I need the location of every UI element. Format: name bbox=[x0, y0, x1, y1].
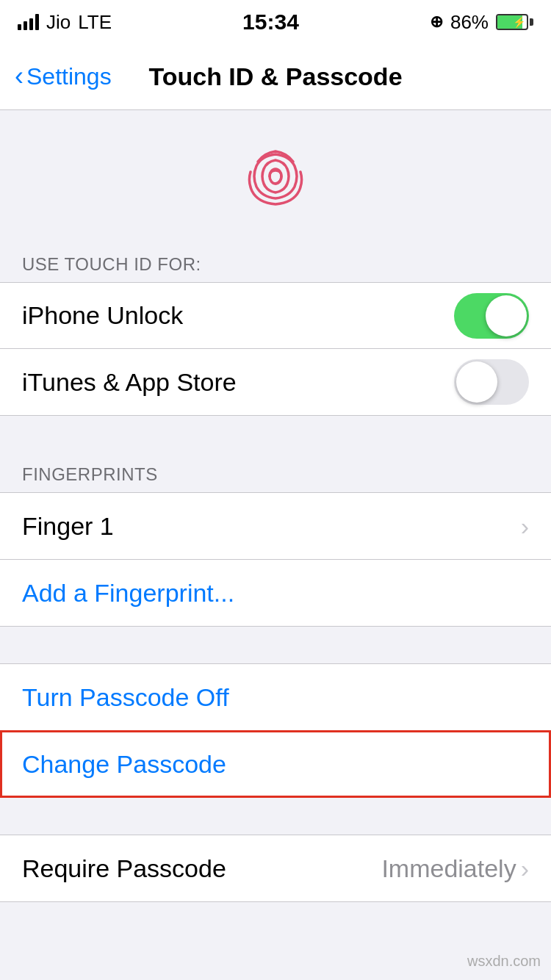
back-chevron-icon: ‹ bbox=[15, 63, 24, 90]
add-fingerprint-item[interactable]: Add a Fingerprint... bbox=[0, 560, 551, 626]
require-passcode-value: Immediately › bbox=[381, 854, 529, 883]
iphone-unlock-item: iPhone Unlock bbox=[0, 283, 551, 349]
battery-percent: 86% bbox=[450, 11, 489, 34]
back-label: Settings bbox=[26, 63, 112, 90]
touch-id-section-header: USE TOUCH ID FOR: bbox=[0, 242, 551, 282]
nav-bar: ‹ Settings Touch ID & Passcode bbox=[0, 44, 551, 110]
require-passcode-label: Require Passcode bbox=[22, 854, 226, 883]
turn-passcode-off-label: Turn Passcode Off bbox=[22, 683, 229, 712]
back-button[interactable]: ‹ Settings bbox=[15, 63, 112, 90]
fingerprints-list: Finger 1 › bbox=[0, 492, 551, 560]
change-passcode-item[interactable]: Change Passcode bbox=[0, 731, 551, 797]
finger-1-label: Finger 1 bbox=[22, 512, 114, 541]
itunes-appstore-item: iTunes & App Store bbox=[0, 349, 551, 415]
change-passcode-label: Change Passcode bbox=[22, 750, 226, 779]
spacer-2 bbox=[0, 627, 551, 663]
network-label: LTE bbox=[78, 11, 112, 34]
status-bar: Jio LTE 15:34 ⊕ 86% ⚡ bbox=[0, 0, 551, 44]
fingerprint-icon bbox=[239, 140, 312, 213]
fingerprints-section-header: FINGERPRINTS bbox=[0, 453, 551, 492]
change-passcode-group: Change Passcode bbox=[0, 730, 551, 798]
finger-1-item[interactable]: Finger 1 › bbox=[0, 493, 551, 559]
require-passcode-item[interactable]: Require Passcode Immediately › bbox=[0, 835, 551, 901]
touch-id-list: iPhone Unlock iTunes & App Store bbox=[0, 282, 551, 416]
battery-icon: ⚡ bbox=[496, 14, 533, 30]
turn-passcode-off-group: Turn Passcode Off bbox=[0, 663, 551, 731]
itunes-appstore-label: iTunes & App Store bbox=[22, 368, 237, 397]
signal-icon bbox=[18, 14, 39, 30]
chevron-right-icon: › bbox=[521, 512, 529, 541]
turn-passcode-off-item[interactable]: Turn Passcode Off bbox=[0, 664, 551, 730]
itunes-appstore-toggle[interactable] bbox=[454, 359, 529, 405]
fingerprint-section bbox=[0, 110, 551, 242]
iphone-unlock-label: iPhone Unlock bbox=[22, 301, 183, 330]
add-fingerprint-label: Add a Fingerprint... bbox=[22, 579, 234, 608]
time-label: 15:34 bbox=[242, 10, 299, 35]
status-left: Jio LTE bbox=[18, 11, 112, 34]
page-title: Touch ID & Passcode bbox=[148, 62, 402, 91]
add-fingerprint-group: Add a Fingerprint... bbox=[0, 559, 551, 627]
watermark: wsxdn.com bbox=[467, 953, 541, 970]
lock-icon: ⊕ bbox=[430, 12, 443, 32]
require-passcode-chevron: › bbox=[521, 854, 529, 883]
iphone-unlock-toggle[interactable] bbox=[454, 293, 529, 339]
toggle-thumb bbox=[486, 295, 527, 336]
spacer-1 bbox=[0, 416, 551, 453]
toggle-thumb-2 bbox=[456, 361, 497, 403]
spacer-3 bbox=[0, 798, 551, 835]
carrier-label: Jio bbox=[46, 11, 71, 34]
require-passcode-group: Require Passcode Immediately › bbox=[0, 835, 551, 902]
status-right: ⊕ 86% ⚡ bbox=[430, 11, 533, 34]
